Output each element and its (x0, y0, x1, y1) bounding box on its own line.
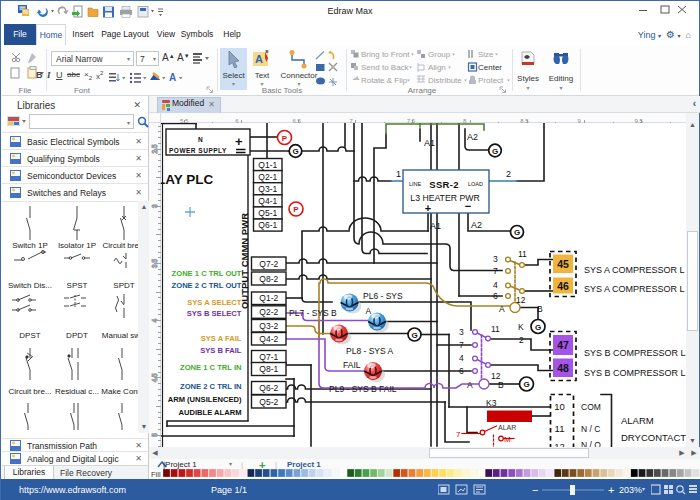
svg-text:SYS A SELECT: SYS A SELECT (187, 298, 242, 307)
svg-text:SPST: SPST (67, 281, 88, 290)
svg-text:K3: K3 (486, 398, 497, 408)
svg-text:A2: A2 (471, 220, 482, 230)
svg-text:Switch Dis...: Switch Dis... (8, 281, 52, 290)
svg-text:ARM (UNSILENCED): ARM (UNSILENCED) (168, 395, 242, 404)
svg-text:Q3-2: Q3-2 (259, 321, 278, 331)
svg-text:11: 11 (555, 423, 565, 434)
svg-text:4.5: 4.5 (151, 373, 158, 382)
svg-text:+: + (235, 134, 243, 149)
svg-text:COM: COM (581, 402, 601, 412)
svg-text:G: G (514, 228, 520, 237)
svg-text:SYS A COMPRESSOR L: SYS A COMPRESSOR L (584, 265, 685, 275)
svg-text:2.5: 2.5 (151, 144, 158, 153)
svg-text:B: B (537, 304, 543, 314)
svg-text:DPST: DPST (19, 331, 40, 340)
svg-text:LAY PLC: LAY PLC (161, 172, 214, 187)
svg-text:6: 6 (459, 366, 464, 376)
svg-text:B: B (498, 380, 504, 390)
svg-text:SSR-2: SSR-2 (429, 179, 458, 190)
svg-text:FAIL: FAIL (343, 360, 361, 370)
svg-text:−: − (465, 200, 471, 212)
svg-text:45: 45 (557, 258, 569, 270)
svg-text:M: M (504, 435, 511, 444)
svg-text:7: 7 (459, 340, 464, 350)
svg-text:Send to Back: Send to Back (361, 63, 410, 72)
svg-text:G: G (523, 380, 529, 389)
svg-text:Q7-2: Q7-2 (259, 259, 278, 269)
svg-text:46: 46 (557, 280, 569, 292)
svg-text:Residual c...: Residual c... (55, 387, 99, 396)
svg-text:Circuit bre...: Circuit bre... (102, 241, 138, 250)
svg-text:AUDIBLE ALARM: AUDIBLE ALARM (179, 408, 242, 417)
svg-text:+: + (425, 202, 431, 214)
svg-text:Q2-2: Q2-2 (259, 307, 278, 317)
svg-text:ALAR: ALAR (498, 424, 516, 431)
svg-text:12: 12 (516, 295, 526, 305)
svg-text:A2: A2 (467, 132, 478, 142)
svg-text:11: 11 (518, 249, 527, 259)
svg-text:Isolator 1P: Isolator 1P (58, 241, 96, 250)
svg-text:7: 7 (493, 266, 498, 276)
svg-text:6: 6 (493, 291, 498, 301)
svg-text:48: 48 (557, 362, 569, 374)
svg-text:3: 3 (459, 327, 464, 337)
svg-text:Q4-2: Q4-2 (259, 334, 278, 344)
svg-text:Rotate & Flip: Rotate & Flip (361, 76, 408, 85)
svg-text:Q6-2: Q6-2 (259, 383, 278, 393)
svg-text:ALARM: ALARM (621, 415, 654, 426)
svg-text:Switch 1P: Switch 1P (12, 241, 48, 250)
svg-text:Make Cont...: Make Cont... (101, 387, 138, 396)
svg-text:Q5-2: Q5-2 (259, 397, 278, 407)
svg-text:LINE: LINE (409, 181, 422, 187)
svg-text:Q3-1: Q3-1 (258, 184, 277, 194)
svg-text:5: 5 (151, 433, 158, 437)
svg-text:DPDT: DPDT (66, 331, 88, 340)
svg-text:Size: Size (478, 50, 494, 59)
svg-text:G: G (535, 323, 541, 332)
svg-text:K: K (518, 322, 524, 332)
svg-text:4: 4 (459, 353, 464, 363)
svg-text:G: G (292, 147, 298, 156)
svg-text:PL8 - SYS A: PL8 - SYS A (346, 346, 394, 356)
svg-text:3: 3 (493, 254, 498, 264)
svg-text:P: P (282, 134, 288, 143)
svg-text:Q8-2: Q8-2 (259, 274, 278, 284)
svg-text:A: A (169, 72, 176, 83)
svg-text:A: A (499, 304, 505, 314)
svg-text:3: 3 (151, 204, 158, 208)
svg-text:DRYCONTACT: DRYCONTACT (621, 432, 686, 443)
svg-text:Q6-1: Q6-1 (258, 220, 277, 230)
svg-text:1: 1 (396, 169, 401, 179)
svg-text:4: 4 (493, 280, 498, 290)
svg-text:P: P (293, 205, 299, 214)
svg-text:2: 2 (506, 169, 511, 179)
svg-text:12: 12 (491, 371, 501, 381)
svg-text:ZONE 1 C TRL OUT: ZONE 1 C TRL OUT (172, 269, 242, 278)
svg-text:PL7 - SYS B: PL7 - SYS B (289, 308, 337, 318)
svg-text:OUTPUT CMMN PWR: OUTPUT CMMN PWR (239, 213, 250, 309)
svg-text:SYS A FAIL: SYS A FAIL (201, 334, 242, 343)
svg-text:Protect: Protect (478, 76, 504, 85)
svg-text:LOAD: LOAD (468, 181, 483, 187)
svg-text:47: 47 (557, 339, 569, 351)
svg-text:Distribute: Distribute (428, 76, 462, 85)
svg-text:Q2-1: Q2-1 (258, 172, 277, 182)
svg-text:Q4-1: Q4-1 (258, 196, 277, 206)
svg-text:A: A (467, 380, 473, 390)
svg-text:SYS B FAIL: SYS B FAIL (200, 346, 242, 355)
svg-text:ZONE 1 C TRL IN: ZONE 1 C TRL IN (180, 363, 241, 372)
svg-text:G: G (492, 147, 498, 156)
svg-text:N: N (198, 136, 203, 143)
svg-text:PL6 - SYS: PL6 - SYS (363, 291, 403, 301)
svg-text:SYS B SELECT: SYS B SELECT (187, 309, 242, 318)
svg-text:A: A (255, 53, 263, 65)
svg-text:3.5: 3.5 (151, 259, 158, 268)
svg-text:Q7-1: Q7-1 (259, 352, 278, 362)
svg-text:POWER SUPPLY: POWER SUPPLY (169, 147, 227, 154)
svg-text:SYS B COMPRESSOR L: SYS B COMPRESSOR L (584, 368, 686, 378)
svg-text:Group: Group (428, 50, 451, 59)
svg-text:Center: Center (478, 63, 502, 72)
svg-text:A1: A1 (430, 221, 441, 231)
svg-text:SPDT: SPDT (113, 281, 134, 290)
svg-text:G: G (411, 331, 417, 340)
